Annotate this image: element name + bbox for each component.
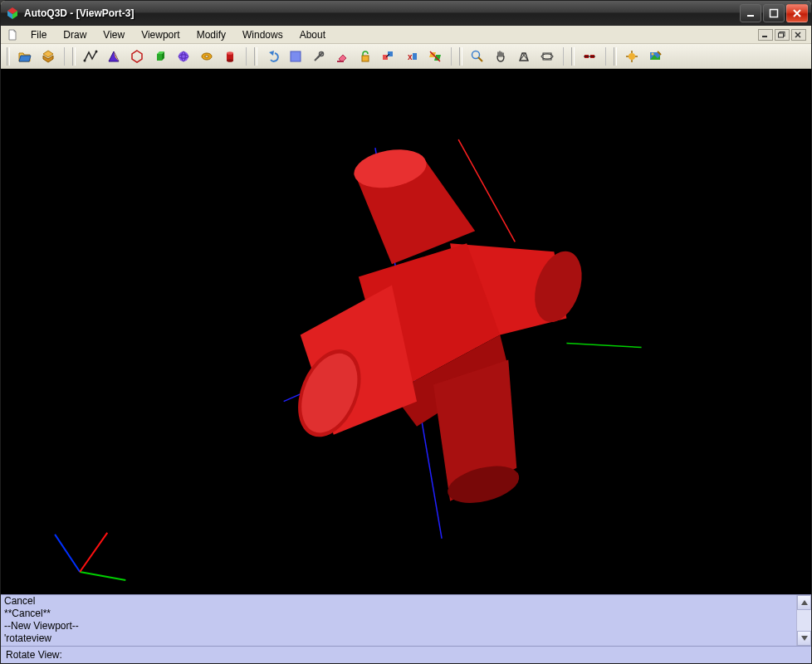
torus-icon[interactable] (196, 46, 218, 66)
svg-marker-33 (413, 53, 417, 60)
svg-point-23 (227, 59, 233, 62)
menu-view[interactable]: View (95, 27, 133, 42)
svg-marker-73 (801, 636, 808, 641)
svg-line-37 (478, 57, 482, 61)
command-input[interactable] (64, 648, 810, 662)
toolbar-handle[interactable] (614, 47, 617, 66)
maximize-button[interactable] (763, 4, 785, 22)
menu-file[interactable]: File (22, 27, 55, 42)
group-icon[interactable] (378, 46, 399, 66)
sphere-icon[interactable] (173, 46, 194, 66)
menu-modify[interactable]: Modify (188, 27, 234, 42)
app-window: AutoQ3D - [ViewPort-3] File Draw View Vi… (0, 0, 812, 664)
svg-rect-28 (337, 61, 344, 62)
settings-icon[interactable] (621, 46, 643, 66)
svg-rect-29 (362, 56, 369, 61)
log-scrollbar[interactable] (796, 595, 811, 646)
svg-point-16 (179, 51, 188, 61)
command-log-lines: Cancel **Cancel** --New Viewport-- 'rota… (1, 595, 796, 646)
svg-rect-30 (383, 55, 388, 60)
svg-point-9 (95, 50, 98, 52)
toolbar-handle[interactable] (72, 47, 76, 66)
mdi-close-button[interactable] (791, 29, 806, 41)
svg-rect-25 (291, 51, 301, 61)
triangle-icon[interactable] (103, 46, 125, 66)
svg-rect-5 (762, 36, 767, 37)
menu-viewport[interactable]: Viewport (133, 27, 188, 42)
svg-marker-10 (109, 51, 119, 61)
document-icon[interactable] (6, 28, 19, 42)
eraser-icon[interactable] (331, 46, 353, 66)
svg-text:x: x (408, 52, 413, 61)
svg-point-8 (84, 59, 86, 61)
menu-draw[interactable]: Draw (55, 27, 95, 42)
toolbar-handle[interactable] (7, 47, 10, 66)
svg-marker-24 (269, 51, 274, 56)
svg-point-53 (652, 52, 654, 55)
log-line: 'rotateview (4, 632, 793, 645)
svg-line-54 (80, 572, 125, 580)
red-cross-solid (286, 144, 590, 510)
toolbar-handle[interactable] (571, 47, 575, 66)
toolbar: x (1, 44, 811, 69)
svg-line-60 (566, 344, 641, 348)
titlebar[interactable]: AutoQ3D - [ViewPort-3] (1, 1, 811, 26)
app-icon (6, 7, 19, 20)
viewport-3d[interactable] (1, 69, 811, 594)
scroll-up-button[interactable] (797, 595, 811, 610)
window-title: AutoQ3D - [ViewPort-3] (24, 7, 740, 19)
save-icon[interactable] (37, 46, 59, 66)
command-log: Cancel **Cancel** --New Viewport-- 'rota… (1, 595, 811, 647)
mdi-restore-button[interactable] (775, 29, 790, 41)
svg-point-22 (227, 51, 233, 55)
cube-icon[interactable] (149, 46, 171, 66)
window-controls (740, 4, 808, 22)
tools-icon[interactable] (308, 46, 330, 66)
svg-point-46 (629, 53, 635, 60)
log-line: **Cancel** (4, 608, 793, 620)
svg-rect-3 (747, 15, 754, 17)
perspective-icon[interactable] (513, 46, 535, 66)
axis-gizmo (55, 533, 125, 580)
command-panel: Cancel **Cancel** --New Viewport-- 'rota… (1, 594, 811, 663)
open-icon[interactable] (14, 46, 36, 66)
svg-line-56 (80, 533, 107, 572)
svg-line-55 (55, 535, 80, 572)
fill-icon[interactable] (285, 46, 306, 66)
render-icon[interactable] (644, 46, 666, 66)
scroll-down-button[interactable] (797, 631, 811, 646)
menu-windows[interactable]: Windows (234, 27, 291, 42)
menubar: File Draw View Viewport Modify Windows A… (1, 26, 811, 44)
mdi-minimize-button[interactable] (758, 29, 773, 41)
svg-marker-13 (157, 54, 162, 61)
pan-icon[interactable] (490, 46, 511, 66)
log-line: Cancel (4, 595, 793, 608)
svg-rect-7 (779, 33, 784, 37)
align-icon[interactable] (579, 46, 600, 66)
minimize-button[interactable] (740, 4, 761, 22)
log-line: --New Viewport-- (4, 620, 793, 632)
hexagon-icon[interactable] (126, 46, 148, 66)
command-prompt-label: Rotate View: (2, 649, 64, 661)
orbit-icon[interactable] (536, 46, 558, 66)
svg-rect-4 (770, 10, 778, 17)
polyline-icon[interactable] (80, 46, 101, 66)
svg-marker-12 (132, 51, 142, 62)
toolbar-handle[interactable] (459, 47, 462, 66)
mdi-controls (758, 29, 811, 41)
zoom-icon[interactable] (467, 46, 488, 66)
svg-rect-31 (388, 51, 393, 56)
svg-point-20 (205, 55, 208, 57)
undo-icon[interactable] (262, 46, 283, 66)
close-button[interactable] (786, 4, 808, 22)
unlock-icon[interactable] (355, 46, 376, 66)
toolbar-handle[interactable] (254, 47, 257, 66)
command-input-row: Rotate View: (1, 647, 811, 663)
cylinder-icon[interactable] (219, 46, 241, 66)
ungroup-icon[interactable] (424, 46, 446, 66)
delete-vertex-icon[interactable]: x (401, 46, 423, 66)
svg-marker-72 (801, 600, 808, 605)
menu-about[interactable]: About (291, 27, 334, 42)
